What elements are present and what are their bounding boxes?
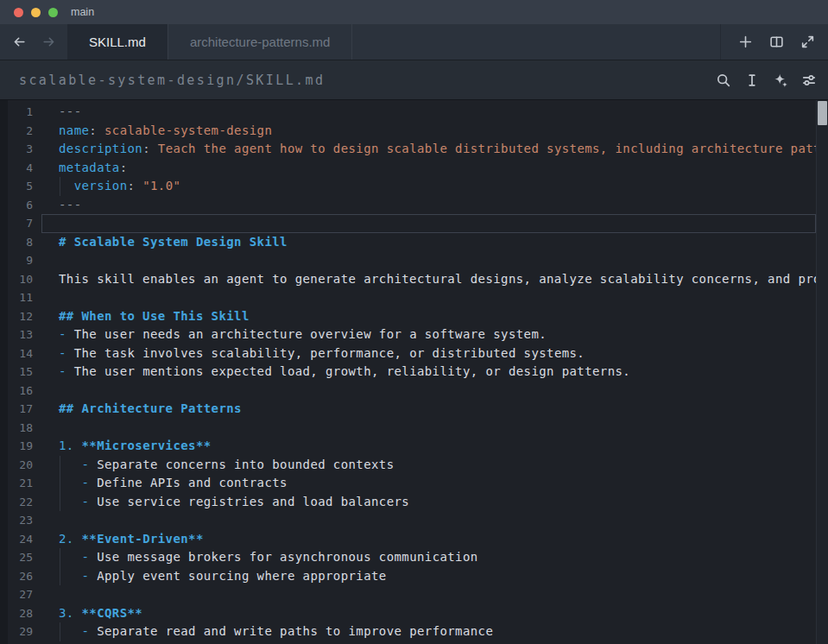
tab-label: SKILL.md: [89, 35, 146, 49]
code-line[interactable]: 5 version: "1.0": [0, 177, 828, 196]
code-text: version: "1.0": [33, 177, 816, 196]
code-text: 1. **Microservices**: [33, 437, 816, 456]
code-line[interactable]: 12## When to Use This Skill: [0, 307, 828, 326]
toolbar-actions: [716, 73, 817, 88]
sparkles-icon: [773, 73, 788, 88]
arrow-right-icon: [41, 35, 56, 49]
scrollbar-thumb[interactable]: [818, 101, 827, 125]
minimize-button[interactable]: [31, 8, 41, 17]
indent-guide: [60, 456, 60, 475]
expand-button[interactable]: [800, 35, 815, 50]
code-line[interactable]: 26 - Apply event sourcing where appropri…: [0, 567, 828, 586]
code-line[interactable]: 29 - Separate read and write paths to im…: [0, 622, 828, 641]
code-line[interactable]: 23: [0, 511, 828, 530]
tab-skill-md[interactable]: SKILL.md: [67, 24, 167, 60]
code-line[interactable]: 22 - Use service registries and load bal…: [0, 493, 828, 512]
editor-controls-button[interactable]: [801, 73, 817, 88]
code-text: [33, 288, 816, 307]
code-line[interactable]: 10This skill enables an agent to generat…: [0, 270, 828, 289]
code-line[interactable]: 2name: scalable-system-design: [0, 122, 828, 141]
code-text: - Use message brokers for asynchronous c…: [33, 548, 816, 567]
line-number: 1: [0, 103, 33, 122]
history-nav: [0, 24, 67, 60]
back-button[interactable]: [11, 35, 27, 50]
line-number: 13: [0, 325, 33, 344]
line-number: 3: [0, 140, 33, 159]
split-pane-button[interactable]: [768, 35, 784, 50]
code-line[interactable]: 27: [0, 585, 828, 604]
line-number: 27: [0, 585, 33, 604]
code-line[interactable]: 18: [0, 419, 828, 438]
line-number: 9: [0, 251, 33, 270]
tab-architecture-patterns-md[interactable]: architecture-patterns.md: [167, 24, 353, 60]
indent-guide: [60, 493, 60, 512]
code-lines: 1---2name: scalable-system-design3descri…: [0, 103, 828, 641]
close-button[interactable]: [14, 8, 23, 17]
split-pane-icon: [769, 35, 784, 49]
traffic-lights: [14, 8, 58, 17]
titlebar: main: [0, 0, 828, 24]
line-number: 4: [0, 159, 33, 178]
zoom-button[interactable]: [48, 8, 58, 17]
code-line[interactable]: 17## Architecture Patterns: [0, 400, 828, 419]
code-text: [33, 419, 816, 438]
code-line[interactable]: 9: [0, 251, 828, 270]
line-number: 25: [0, 548, 33, 567]
breadcrumb[interactable]: scalable-system-design/SKILL.md: [19, 73, 716, 88]
inline-assist-button[interactable]: [744, 73, 760, 88]
tabbar-actions: [720, 24, 828, 60]
indent-guide: [60, 548, 60, 567]
code-line[interactable]: 13- The user needs an architecture overv…: [0, 325, 828, 344]
code-line[interactable]: 242. **Event-Driven**: [0, 530, 828, 549]
code-line[interactable]: 15- The user mentions expected load, gro…: [0, 363, 828, 382]
editor-pane[interactable]: 1---2name: scalable-system-design3descri…: [0, 100, 828, 644]
line-number: 7: [0, 214, 33, 233]
code-line[interactable]: 3description: Teach the agent how to des…: [0, 140, 828, 159]
code-text: [33, 585, 816, 604]
code-text: - The user mentions expected load, growt…: [33, 363, 816, 382]
toolbar: scalable-system-design/SKILL.md: [0, 60, 828, 100]
code-line[interactable]: 4metadata:: [0, 159, 828, 178]
indent-guide: [60, 567, 60, 586]
code-line[interactable]: 7: [0, 214, 828, 233]
assistant-button[interactable]: [773, 73, 788, 88]
code-text: description: Teach the agent how to desi…: [33, 140, 816, 159]
code-text: - Apply event sourcing where appropriate: [33, 567, 816, 586]
code-text: ## When to Use This Skill: [33, 307, 816, 326]
forward-button[interactable]: [41, 35, 56, 50]
current-line-highlight: [41, 214, 816, 233]
tab-label: architecture-patterns.md: [190, 35, 331, 49]
code-text: - Use service registries and load balanc…: [33, 493, 816, 512]
code-line[interactable]: 283. **CQRS**: [0, 604, 828, 623]
code-line[interactable]: 21 - Define APIs and contracts: [0, 474, 828, 493]
code-text: 2. **Event-Driven**: [33, 530, 816, 549]
code-line[interactable]: 16: [0, 382, 828, 401]
line-number: 11: [0, 288, 33, 307]
line-number: 12: [0, 307, 33, 326]
code-line[interactable]: 14- The task involves scalability, perfo…: [0, 344, 828, 363]
code-line[interactable]: 20 - Separate concerns into bounded cont…: [0, 456, 828, 475]
code-text: ## Architecture Patterns: [33, 400, 816, 419]
line-number: 10: [0, 270, 33, 289]
code-text: - Separate read and write paths to impro…: [33, 622, 816, 641]
scrollbar[interactable]: [816, 100, 828, 644]
code-line[interactable]: 11: [0, 288, 828, 307]
code-text: [33, 511, 816, 530]
line-number: 5: [0, 177, 33, 196]
search-button[interactable]: [716, 73, 731, 88]
code-line[interactable]: 191. **Microservices**: [0, 437, 828, 456]
line-number: 8: [0, 233, 33, 252]
code-line[interactable]: 6---: [0, 196, 828, 215]
code-line[interactable]: 1---: [0, 103, 828, 122]
new-tab-button[interactable]: [737, 35, 753, 50]
code-text: [33, 251, 816, 270]
code-line[interactable]: 25 - Use message brokers for asynchronou…: [0, 548, 828, 567]
indent-guide: [60, 622, 60, 641]
line-number: 21: [0, 474, 33, 493]
code-text: - Define APIs and contracts: [33, 474, 816, 493]
line-number: 29: [0, 622, 33, 641]
line-number: 16: [0, 382, 33, 401]
code-line[interactable]: 8# Scalable System Design Skill: [0, 233, 828, 252]
line-number: 24: [0, 530, 33, 549]
code-text: ---: [33, 196, 816, 215]
